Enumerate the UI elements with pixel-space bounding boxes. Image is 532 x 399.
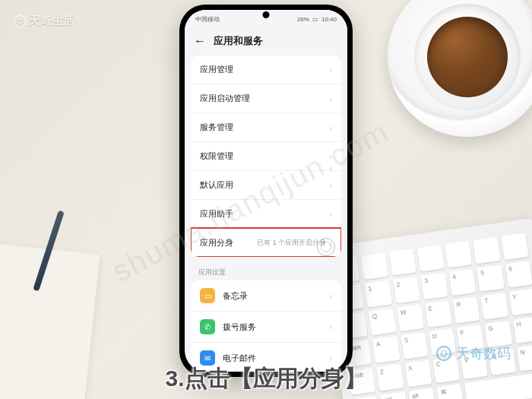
chevron-right-icon: › xyxy=(329,152,332,161)
phone-frame: 中国移动 26% ▭ 10:40 ← 应用和服务 应用管理 › 应用启动管理 ›… xyxy=(179,5,353,377)
chevron-right-icon: › xyxy=(329,291,332,300)
row-app-assistant[interactable]: 应用助手 › xyxy=(191,199,341,228)
apps-section: ▭ 备忘录 › ✆ 拨号服务 › ✉ 电子邮件 › ▶ 华为视频 › xyxy=(191,280,341,372)
chevron-right-icon: › xyxy=(329,210,332,219)
watermark-top-left: Q天奇生活 xyxy=(14,14,74,28)
notes-icon: ▭ xyxy=(200,288,215,303)
chevron-right-icon: › xyxy=(329,322,332,331)
page-header: ← 应用和服务 xyxy=(185,28,347,55)
battery-label: 26% xyxy=(297,16,309,23)
chevron-right-icon: › xyxy=(329,353,332,363)
back-icon[interactable]: ← xyxy=(194,34,206,48)
coffee xyxy=(427,17,508,97)
instruction-caption: 3.点击【应用分身】 xyxy=(0,363,532,394)
group-title-app-settings: 应用设置 xyxy=(185,263,347,280)
settings-section: 应用管理 › 应用启动管理 › 服务管理 › 权限管理 › 默认应用 › 应用助… xyxy=(191,55,341,257)
page-title: 应用和服务 xyxy=(214,34,263,48)
chevron-right-icon: › xyxy=(329,181,332,190)
row-app-twin-subtitle: 已有 1 个应用开启分身 xyxy=(257,238,326,248)
front-camera xyxy=(263,11,270,18)
chevron-right-icon: › xyxy=(329,94,332,103)
row-app-management[interactable]: 应用管理 › xyxy=(191,55,341,84)
row-default-apps[interactable]: 默认应用 › xyxy=(191,170,341,199)
phone-screen: 中国移动 26% ▭ 10:40 ← 应用和服务 应用管理 › 应用启动管理 ›… xyxy=(185,10,347,372)
watermark-bottom-right: Q天奇数码 xyxy=(436,344,511,363)
row-permission-management[interactable]: 权限管理 › xyxy=(191,141,341,170)
app-row-dialer[interactable]: ✆ 拨号服务 › xyxy=(191,311,341,342)
row-app-twin[interactable]: 应用分身 已有 1 个应用开启分身 › xyxy=(191,228,341,257)
chevron-right-icon: › xyxy=(329,123,332,132)
row-app-launch-management[interactable]: 应用启动管理 › xyxy=(191,84,341,112)
app-row-notes[interactable]: ▭ 备忘录 › xyxy=(191,280,341,311)
time-label: 10:40 xyxy=(321,16,337,23)
row-service-management[interactable]: 服务管理 › xyxy=(191,112,341,141)
phone-icon: ✆ xyxy=(200,319,215,334)
battery-icon: ▭ xyxy=(312,16,318,23)
carrier-label: 中国移动 xyxy=(195,15,220,24)
chevron-right-icon: › xyxy=(329,239,332,248)
chevron-right-icon: › xyxy=(329,65,332,74)
